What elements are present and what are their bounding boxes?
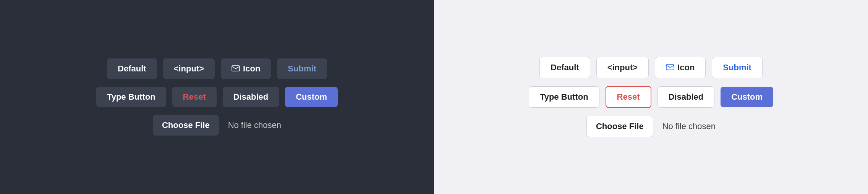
light-icon-button[interactable]: Icon xyxy=(655,57,706,78)
dark-icon-button-label: Icon xyxy=(243,64,260,74)
dark-default-button[interactable]: Default xyxy=(107,58,157,79)
light-row-1: Default <input> Icon Submit xyxy=(539,57,763,78)
light-file-row: Choose File No file chosen xyxy=(586,116,716,137)
dark-input-button[interactable]: <input> xyxy=(163,58,215,79)
svg-rect-0 xyxy=(232,66,240,71)
mail-icon-light xyxy=(666,63,674,73)
light-default-button[interactable]: Default xyxy=(539,57,590,78)
dark-row-2: Type Button Reset Disabled Custom xyxy=(96,87,338,107)
dark-choose-file-button[interactable]: Choose File xyxy=(153,115,219,136)
light-panel: Default <input> Icon Submit Type Button … xyxy=(434,0,868,194)
dark-row-1: Default <input> Icon Submit xyxy=(107,58,327,79)
light-reset-button[interactable]: Reset xyxy=(606,86,651,108)
dark-file-row: Choose File No file chosen xyxy=(153,115,281,136)
dark-type-button[interactable]: Type Button xyxy=(96,87,166,107)
light-icon-button-label: Icon xyxy=(677,63,695,73)
light-input-button[interactable]: <input> xyxy=(596,57,649,78)
dark-reset-button[interactable]: Reset xyxy=(172,87,217,107)
dark-custom-button[interactable]: Custom xyxy=(285,87,338,107)
dark-submit-button[interactable]: Submit xyxy=(277,58,327,79)
dark-panel: Default <input> Icon Submit Type Button … xyxy=(0,0,434,194)
svg-rect-1 xyxy=(666,65,674,70)
light-no-file-text: No file chosen xyxy=(662,121,716,131)
light-choose-file-button[interactable]: Choose File xyxy=(586,116,653,137)
mail-icon xyxy=(232,64,240,74)
light-submit-button[interactable]: Submit xyxy=(712,57,763,78)
light-custom-button[interactable]: Custom xyxy=(721,87,773,107)
dark-no-file-text: No file chosen xyxy=(228,120,281,130)
light-row-2: Type Button Reset Disabled Custom xyxy=(529,86,773,108)
dark-icon-button[interactable]: Icon xyxy=(221,58,271,79)
light-type-button[interactable]: Type Button xyxy=(529,86,599,108)
dark-disabled-button[interactable]: Disabled xyxy=(223,87,279,107)
light-disabled-button[interactable]: Disabled xyxy=(657,86,715,108)
